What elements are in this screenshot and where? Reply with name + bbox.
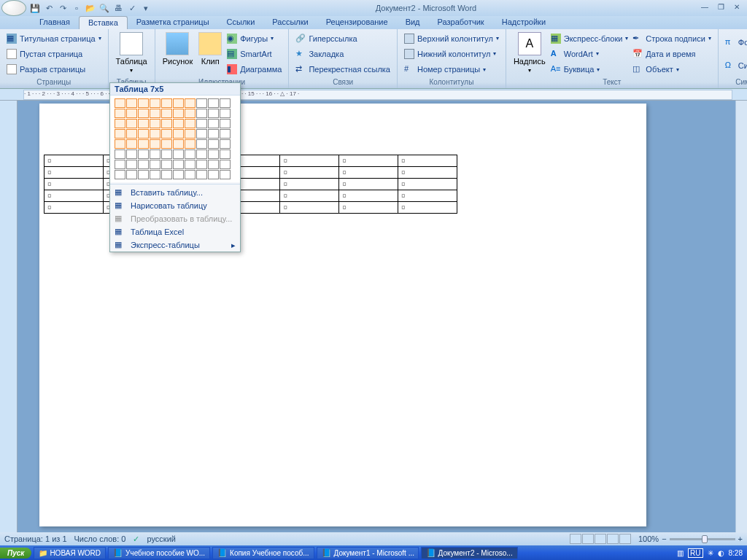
table-cell[interactable]: ¤ [280, 155, 339, 167]
grid-cell[interactable] [115, 170, 125, 179]
grid-cell[interactable] [126, 98, 137, 108]
grid-cell[interactable] [185, 160, 196, 169]
start-button[interactable]: Пуск [0, 548, 31, 559]
table-menu-item[interactable]: ▦Нарисовать таблицу [110, 199, 240, 212]
blank-page-button[interactable]: Пустая страница [4, 48, 104, 60]
table-cell[interactable]: ¤ [339, 155, 398, 167]
signature-button[interactable]: ✒Строка подписи [630, 33, 713, 44]
grid-cell[interactable] [173, 149, 184, 159]
chart-button[interactable]: ▮Диаграмма [225, 63, 284, 75]
grid-cell[interactable] [150, 170, 160, 179]
hyperlink-button[interactable]: 🔗Гиперссылка [293, 33, 392, 44]
grid-cell[interactable] [115, 109, 125, 118]
grid-cell[interactable] [208, 109, 219, 118]
table-menu-item[interactable]: ▦Таблица Excel [110, 225, 240, 238]
grid-cell[interactable] [115, 139, 125, 149]
grid-cell[interactable] [185, 149, 196, 159]
new-icon[interactable]: ▫ [71, 2, 82, 14]
grid-cell[interactable] [173, 160, 184, 169]
table-cell[interactable]: ¤ [339, 179, 398, 190]
status-words[interactable]: Число слов: 0 [74, 534, 126, 543]
table-size-grid[interactable] [110, 96, 240, 182]
taskbar-item[interactable]: Копия Учебное пособ... [212, 547, 314, 559]
grid-cell[interactable] [208, 149, 219, 159]
close-button[interactable]: ✕ [729, 3, 744, 13]
grid-cell[interactable] [173, 109, 184, 118]
table-cell[interactable]: ¤ [398, 190, 457, 202]
shapes-button[interactable]: ◉Фигуры [225, 33, 284, 44]
grid-cell[interactable] [138, 129, 149, 139]
grid-cell[interactable] [126, 170, 137, 179]
grid-cell[interactable] [196, 170, 207, 179]
grid-cell[interactable] [185, 170, 196, 179]
table-cell[interactable]: ¤ [339, 190, 398, 202]
header-button[interactable]: Верхний колонтитул [402, 33, 501, 44]
grid-cell[interactable] [208, 98, 219, 108]
grid-cell[interactable] [150, 129, 160, 139]
spell-icon[interactable]: ✓ [126, 2, 138, 14]
page-break-button[interactable]: Разрыв страницы [4, 63, 104, 75]
object-button[interactable]: ◫Объект [630, 63, 713, 75]
grid-cell[interactable] [196, 149, 207, 159]
grid-cell[interactable] [220, 109, 231, 118]
table-cell[interactable]: ¤ [44, 155, 104, 167]
grid-cell[interactable] [196, 129, 207, 139]
grid-cell[interactable] [126, 160, 137, 169]
grid-cell[interactable] [115, 160, 125, 169]
grid-cell[interactable] [185, 119, 196, 128]
quick-print-icon[interactable]: 🖶 [112, 2, 124, 14]
grid-cell[interactable] [138, 139, 149, 149]
table-menu-item[interactable]: ▦Вставить таблицу... [110, 186, 240, 199]
table-cell[interactable]: ¤ [44, 179, 104, 190]
grid-cell[interactable] [126, 139, 137, 149]
grid-cell[interactable] [126, 129, 137, 139]
grid-cell[interactable] [173, 139, 184, 149]
grid-cell[interactable] [126, 119, 137, 128]
grid-cell[interactable] [138, 109, 149, 118]
tab-insert[interactable]: Вставка [79, 16, 128, 29]
grid-cell[interactable] [150, 139, 160, 149]
grid-cell[interactable] [161, 149, 172, 159]
vertical-scrollbar[interactable] [735, 101, 747, 532]
table-cell[interactable]: ¤ [398, 155, 457, 167]
textbox-button[interactable]: AНадпись▾ [511, 31, 549, 77]
grid-cell[interactable] [161, 109, 172, 118]
tray-icon[interactable]: ▥ [677, 549, 684, 557]
bookmark-button[interactable]: ★Закладка [293, 48, 392, 60]
grid-cell[interactable] [161, 98, 172, 108]
tab-page-layout[interactable]: Разметка страницы [128, 16, 218, 29]
grid-cell[interactable] [220, 98, 231, 108]
tab-developer[interactable]: Разработчик [429, 16, 493, 29]
taskbar-item[interactable]: Документ2 - Microso... [421, 547, 518, 559]
grid-cell[interactable] [138, 119, 149, 128]
grid-cell[interactable] [185, 98, 196, 108]
tab-references[interactable]: Ссылки [218, 16, 264, 29]
view-buttons[interactable] [570, 534, 631, 544]
grid-cell[interactable] [185, 129, 196, 139]
footer-button[interactable]: Нижний колонтитул [402, 48, 501, 60]
grid-cell[interactable] [220, 129, 231, 139]
minimize-button[interactable]: — [697, 3, 712, 13]
zoom-out-button[interactable]: − [662, 534, 666, 543]
table-cell[interactable]: ¤ [339, 202, 398, 214]
zoom-slider[interactable] [670, 538, 735, 540]
pagenumber-button[interactable]: #Номер страницы [402, 63, 501, 75]
grid-cell[interactable] [161, 160, 172, 169]
table-button[interactable]: Таблица▾ [113, 31, 150, 77]
grid-cell[interactable] [185, 109, 196, 118]
quickparts-button[interactable]: ▦Экспресс-блоки [549, 33, 631, 44]
status-proof-icon[interactable]: ✓ [133, 534, 139, 544]
grid-cell[interactable] [138, 170, 149, 179]
grid-cell[interactable] [208, 160, 219, 169]
table-menu-item[interactable]: ▦Экспресс-таблицы▸ [110, 238, 240, 252]
print-preview-icon[interactable]: 🔍 [98, 2, 110, 14]
table-cell[interactable]: ¤ [44, 190, 104, 202]
grid-cell[interactable] [150, 119, 160, 128]
grid-cell[interactable] [126, 109, 137, 118]
grid-cell[interactable] [220, 160, 231, 169]
office-button[interactable] [1, 0, 26, 16]
taskbar-item[interactable]: Документ1 - Microsoft ... [317, 547, 419, 559]
table-cell[interactable]: ¤ [44, 202, 104, 214]
grid-cell[interactable] [115, 98, 125, 108]
grid-cell[interactable] [173, 119, 184, 128]
